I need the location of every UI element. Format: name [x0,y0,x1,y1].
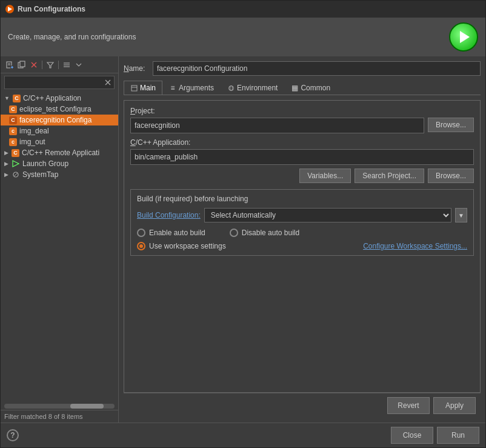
expand-all-button[interactable] [73,59,84,70]
delete-button[interactable] [28,59,39,70]
name-label-text: N [124,64,129,73]
expand-arrow-remote: ▶ [4,150,8,156]
help-button[interactable]: ? [7,429,19,441]
name-row: Name: [124,61,481,76]
tree-item-launch-group[interactable]: ▶ Launch Group [1,158,118,169]
tab-common[interactable]: ▦ Common [284,81,337,95]
build-group-title-text: Build (if required) before launching [137,195,248,203]
radio-circle-disable [230,229,238,237]
name-label: Name: [124,64,148,73]
toolbar-separator-2 [58,61,59,69]
tree-item-label: eclipse_test Configura [19,105,92,113]
cpp-remote-icon: C [12,149,19,157]
tree-view: ▼ C C/C++ Application C eclipse_test Con… [1,92,118,403]
tree-toolbar [1,56,118,73]
browse-project-button[interactable]: Browse... [428,118,474,132]
config-icon-face: C [9,116,17,124]
run-icon-button[interactable] [449,22,478,52]
action-bar: Revert Apply [124,393,481,418]
apply-button[interactable]: Apply [433,397,476,414]
search-box [4,76,115,89]
clear-search-icon[interactable] [104,79,112,86]
svg-rect-20 [131,85,137,91]
toolbar-separator-1 [42,61,42,69]
filter-button[interactable] [45,59,56,70]
radio-label-disable: Disable auto build [242,229,299,237]
tree-item-label: img_out [19,138,45,146]
tree-item-label: C/C++ Remote Applicati [22,149,99,157]
cpp-app-icon: C [13,95,21,102]
tab-main[interactable]: Main [124,81,162,95]
tabs: Main ≡ Arguments Environment [124,81,481,95]
environment-tab-icon [227,84,235,92]
footer-buttons: Close Run [391,427,479,444]
tree-item-label: facerecgnition Configa [19,116,92,124]
scrollbar-thumb [70,404,104,409]
close-button[interactable]: Close [391,427,433,444]
project-input[interactable] [130,118,424,133]
expand-arrow-systemtap: ▶ [4,172,8,178]
svg-line-19 [14,173,18,176]
radio-use-workspace[interactable]: Use workspace settings [137,242,226,250]
common-tab-icon: ▦ [291,84,298,92]
tab-environment[interactable]: Environment [221,81,284,95]
svg-rect-8 [20,61,25,67]
name-input[interactable] [153,61,481,76]
configure-workspace-link[interactable]: Configure Workspace Settings... [363,242,467,250]
build-config-dropdown-arrow[interactable]: ▼ [455,208,467,222]
tab-environment-label: Environment [237,84,278,92]
header-bar: Create, manage, and run configurations [1,18,485,56]
expand-arrow: ▼ [4,95,10,101]
revert-button[interactable]: Revert [387,397,430,414]
tree-item-systemtap[interactable]: ▶ SystemTap [1,169,118,180]
config-icon-img-deal: c [9,127,17,135]
arguments-tab-icon: ≡ [169,84,176,92]
footer: ? Close Run [1,423,485,447]
filter-status: Filter matched 8 of 8 items [1,410,118,423]
tree-item-eclipse-test[interactable]: C eclipse_test Configura [1,104,118,115]
run-button[interactable]: Run [437,427,479,444]
search-input[interactable] [7,79,104,86]
duplicate-button[interactable] [16,59,27,70]
form-content: Project: Browse... C/C++ Application: Va… [124,100,481,393]
radio-disable-auto-build[interactable]: Disable auto build [230,229,299,237]
radio-label-enable: Enable auto build [149,229,205,237]
tree-scrollbar[interactable] [4,404,115,409]
radio-enable-auto-build[interactable]: Enable auto build [137,229,205,237]
radio-label-workspace: Use workspace settings [149,242,226,250]
build-config-select[interactable]: Select Automatically [204,208,451,222]
search-project-button[interactable]: Search Project... [355,169,424,183]
header-description: Create, manage, and run configurations [8,33,136,41]
variables-button[interactable]: Variables... [299,169,351,183]
tree-item-label: SystemTap [22,170,58,179]
main-content: ▼ C C/C++ Application C eclipse_test Con… [1,56,485,423]
launch-group-icon [12,159,20,168]
build-config-link[interactable]: Build Configuration: [137,211,201,219]
cpp-app-input[interactable] [130,149,474,165]
radio-group: Enable auto build Disable auto build [137,229,467,237]
workspace-row: Use workspace settings Configure Workspa… [137,242,467,250]
build-group-box: Build (if required) before launching Bui… [130,189,474,256]
left-panel: ▼ C C/C++ Application C eclipse_test Con… [1,56,119,423]
svg-marker-11 [47,62,53,68]
tree-item-cpp-app[interactable]: ▼ C C/C++ Application [1,93,118,104]
title-bar: Run Configurations [1,1,485,18]
dialog-icon [5,5,14,13]
svg-point-22 [228,85,233,90]
browse-cpp-button[interactable]: Browse... [428,169,474,183]
systemtap-icon [12,170,20,179]
tab-arguments[interactable]: ≡ Arguments [162,81,221,95]
tree-item-facerecgnition[interactable]: C facerecgnition Configa [1,115,118,125]
tree-item-label: Launch Group [22,159,68,168]
tab-arguments-label: Arguments [179,84,214,92]
dialog-title: Run Configurations [18,5,85,13]
tree-item-label: C/C++ Application [23,94,81,102]
tab-common-label: Common [301,84,330,92]
tree-item-img-deal[interactable]: c img_deal [1,125,118,136]
collapse-all-button[interactable] [61,59,72,70]
expand-arrow-launch: ▶ [4,161,8,167]
tree-item-img-out[interactable]: c img_out [1,136,118,147]
svg-point-23 [230,85,232,90]
new-config-button[interactable] [4,59,15,70]
tree-item-cpp-remote[interactable]: ▶ C C/C++ Remote Applicati [1,147,118,158]
